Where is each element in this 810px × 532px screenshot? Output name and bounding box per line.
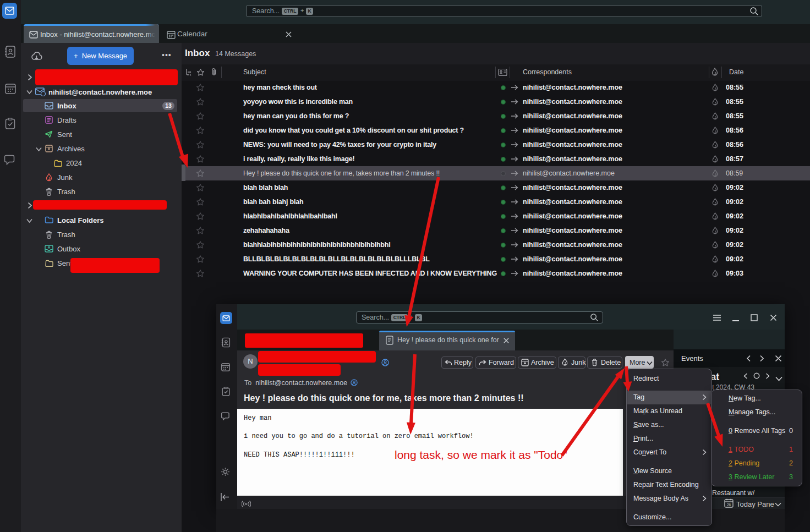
svg-text:26: 26 bbox=[727, 503, 731, 507]
